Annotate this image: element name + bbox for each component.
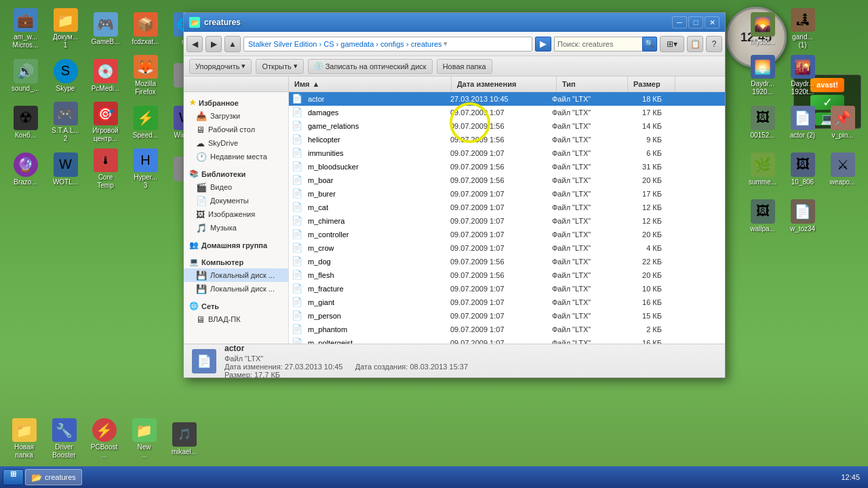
file-row[interactable]: 📄 m_dog 09.07.2009 1:56 Файл "LTX" 22 КБ xyxy=(289,255,725,268)
col-date-header[interactable]: Дата изменения xyxy=(452,77,557,92)
file-row[interactable]: 📄 m_burer 09.07.2009 1:07 Файл "LTX" 17 … xyxy=(289,187,725,201)
open-button[interactable]: Открыть ▾ xyxy=(256,59,303,74)
col-size-header[interactable]: Размер xyxy=(628,77,675,92)
burn-button[interactable]: 💿 Записать на оптический диск xyxy=(308,59,433,74)
up-button[interactable]: ▲ xyxy=(224,36,241,52)
sidebar-item-recent[interactable]: 🕐 Недавние места xyxy=(184,150,288,163)
file-row[interactable]: 📄 m_fracture 09.07.2009 1:07 Файл "LTX" … xyxy=(289,282,725,296)
file-row[interactable]: 📄 m_cat 09.07.2009 1:07 Файл "LTX" 12 КБ xyxy=(289,201,725,214)
file-row[interactable]: 📄 m_controller 09.07.2009 1:07 Файл "LTX… xyxy=(289,228,725,241)
go-button[interactable]: ▶ xyxy=(535,37,551,52)
file-date-cell: 09.07.2009 1:07 xyxy=(450,108,552,117)
file-row[interactable]: 📄 m_phantom 09.07.2009 1:07 Файл "LTX" 2… xyxy=(289,323,725,336)
desktop-icon-hyper[interactable]: H Hyper...3 xyxy=(127,147,164,191)
desktop-icon-daydream2[interactable]: 🌇 Daydr...1920t... xyxy=(784,54,821,98)
file-date-cell: 09.07.2009 1:07 xyxy=(450,149,552,157)
desktop-icon-w-toz34[interactable]: 📄 w_toz34 xyxy=(784,194,821,238)
back-button[interactable]: ◀ xyxy=(186,36,203,52)
file-row[interactable]: 📄 actor 27.03.2013 10:45 Файл "LTX" 18 К… xyxy=(289,92,725,106)
views-button[interactable]: ⊞▾ xyxy=(660,36,684,52)
file-row[interactable]: 📄 m_poltergeist 09.07.2009 1:07 Файл "LT… xyxy=(289,336,725,344)
file-row[interactable]: 📄 game_relations 09.07.2009 1:56 Файл "L… xyxy=(289,119,725,133)
desktop-icon-10-806[interactable]: 🖼 10_806 xyxy=(784,147,821,191)
sidebar-favorites-header[interactable]: ★ Избранное xyxy=(184,96,288,109)
maximize-button[interactable]: □ xyxy=(688,16,703,28)
address-bar[interactable]: Stalker Silver Edition › CS › gamedata ›… xyxy=(243,37,532,52)
desktop-icon-wallpa[interactable]: 🖼 wallpa... xyxy=(744,194,781,238)
file-row[interactable]: 📄 m_bloodsucker 09.07.2009 1:56 Файл "LT… xyxy=(289,160,725,174)
sidebar-item-skydrive[interactable]: ☁ SkyDrive xyxy=(184,136,288,150)
window-controls: ─ □ ✕ xyxy=(672,16,719,28)
desktop-icon-documents[interactable]: 📁 Докум...1 xyxy=(47,7,84,51)
start-button[interactable]: ⊞ xyxy=(3,469,24,485)
taskbar-item-creatures[interactable]: 📂 creatures xyxy=(25,469,82,485)
sidebar-item-documents[interactable]: 📄 Документы xyxy=(184,194,288,207)
sidebar-item-desktop[interactable]: 🖥 Рабочий стол xyxy=(184,123,288,136)
organize-button[interactable]: Упорядочить ▾ xyxy=(189,59,252,74)
col-name-header[interactable]: Имя ▲ xyxy=(289,77,452,92)
desktop-icon-daydream1[interactable]: 🌅 Daydr...1920... xyxy=(744,54,781,98)
search-button[interactable]: 🔍 xyxy=(642,37,657,52)
forward-button[interactable]: ▶ xyxy=(205,36,222,52)
file-type-icon: 📄 xyxy=(292,202,305,212)
desktop-icon-weapon[interactable]: ⚔ weapo... xyxy=(824,147,861,191)
desktop-icon-v-pin[interactable]: 📌 v_pin... xyxy=(824,100,861,144)
desktop-icon-summer[interactable]: 🌿 summe... xyxy=(744,147,781,191)
sidebar-item-video[interactable]: 🎬 Видео xyxy=(184,180,288,194)
help-button[interactable]: ? xyxy=(706,36,722,52)
sidebar-item-downloads[interactable]: 📥 Загрузки xyxy=(184,109,288,123)
sidebar-network-header[interactable]: 🌐 Сеть xyxy=(184,300,288,312)
file-row[interactable]: 📄 m_chimera 09.07.2009 1:07 Файл "LTX" 1… xyxy=(289,214,725,228)
file-type-icon: 📄 xyxy=(292,256,305,266)
file-row[interactable]: 📄 damages 09.07.2009 1:07 Файл "LTX" 17 … xyxy=(289,106,725,119)
sidebar-item-vlad-pk[interactable]: 🖥 ВЛАД-ПК xyxy=(184,312,288,326)
file-row[interactable]: 📄 helicopter 09.07.2009 1:56 Файл "LTX" … xyxy=(289,133,725,146)
taskbar-clock: 12:45 xyxy=(835,473,865,481)
file-row[interactable]: 📄 m_crow 09.07.2009 1:07 Файл "LTX" 4 КБ xyxy=(289,241,725,255)
desktop-icon-brazo[interactable]: 🔮 Brazo... xyxy=(7,147,44,191)
desktop-icon-fcdzxat[interactable]: 📦 fcdzxat... xyxy=(127,7,164,51)
file-row[interactable]: 📄 m_giant 09.07.2009 1:07 Файл "LTX" 16 … xyxy=(289,296,725,309)
desktop-icon-driver[interactable]: 🔧 DriverBooster xyxy=(45,417,83,461)
file-row[interactable]: 📄 immunities 09.07.2009 1:07 Файл "LTX" … xyxy=(289,146,725,160)
col-type-header[interactable]: Тип xyxy=(557,77,628,92)
sidebar-computer-header[interactable]: 💻 Компьютер xyxy=(184,256,288,268)
file-row[interactable]: 📄 m_flesh 09.07.2009 1:56 Файл "LTX" 20 … xyxy=(289,268,725,282)
desktop-icon-new-folder[interactable]: 📁 Новаяпапка xyxy=(5,417,43,461)
desktop-icon-sound[interactable]: 🔊 sound_... xyxy=(7,54,44,98)
desktop-icon-gameb[interactable]: 🎮 GameB... xyxy=(87,7,124,51)
desktop-icon-nuclear[interactable]: ☢ Конб... xyxy=(7,100,44,144)
file-date-cell: 09.07.2009 1:56 xyxy=(450,136,552,144)
desktop-icon-firefox[interactable]: 🦊 MozillaFirefox xyxy=(127,54,164,98)
sidebar-item-music[interactable]: 🎵 Музыка xyxy=(184,221,288,235)
desktop-icon-speed[interactable]: ⚡ Speed... xyxy=(127,100,164,144)
desktop-icon-pcboost[interactable]: ⚡ PCBoost... xyxy=(85,417,123,461)
desktop-icon-pcmedia[interactable]: 💿 PcMedi... xyxy=(87,54,124,98)
sidebar-item-localdisk2[interactable]: 💾 Локальный диск ... xyxy=(184,282,288,296)
sidebar-item-localdisk1[interactable]: 💾 Локальный диск ... xyxy=(184,268,288,282)
sidebar-item-images[interactable]: 🖼 Изображения xyxy=(184,207,288,221)
file-row[interactable]: 📄 m_boar 09.07.2009 1:56 Файл "LTX" 20 К… xyxy=(289,174,725,187)
sidebar-libraries-header[interactable]: 📚 Библиотеки xyxy=(184,167,288,180)
desktop-icon-mystic[interactable]: 🌄 mystic... xyxy=(744,7,781,51)
new-folder-button[interactable]: Новая папка xyxy=(437,59,492,74)
sidebar-section-homegroup: 👥 Домашняя группа xyxy=(184,239,288,251)
close-button[interactable]: ✕ xyxy=(705,16,719,28)
desktop-icon-0152[interactable]: 🖼 00152... xyxy=(744,100,781,144)
desktop-icon-stalker[interactable]: 🎮 S.T.A.L...2 xyxy=(47,100,84,144)
desktop-icon-new[interactable]: 📁 New... xyxy=(125,417,163,461)
desktop-icon-core-temp[interactable]: 🌡 CoreTemp xyxy=(87,147,124,191)
desktop-icon-actor2[interactable]: 📄 actor (2) xyxy=(784,100,821,144)
address-dropdown-icon[interactable]: ▾ xyxy=(443,39,448,48)
search-input[interactable] xyxy=(554,37,642,52)
desktop-icon-skype[interactable]: S Skype xyxy=(47,54,84,98)
desktop-icon-mikael[interactable]: 🎵 mikael... xyxy=(165,417,203,461)
desktop-icon-wotl[interactable]: W WOTL... xyxy=(47,147,84,191)
desktop-icon-game-center[interactable]: 🎯 Игровойцентр... xyxy=(87,100,124,144)
desktop-icon-gand[interactable]: 🏞 gand...(1) xyxy=(784,7,821,51)
desktop-icon-microsoft[interactable]: 💼 am_w...Micros... xyxy=(7,7,44,51)
minimize-button[interactable]: ─ xyxy=(672,16,687,28)
preview-button[interactable]: 📋 xyxy=(687,36,703,52)
sidebar-homegroup-header[interactable]: 👥 Домашняя группа xyxy=(184,239,288,251)
file-row[interactable]: 📄 m_person 09.07.2009 1:07 Файл "LTX" 15… xyxy=(289,309,725,323)
